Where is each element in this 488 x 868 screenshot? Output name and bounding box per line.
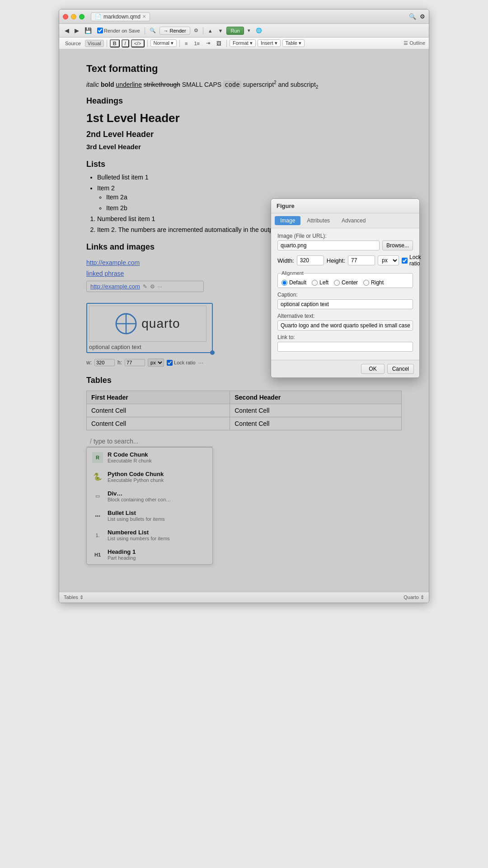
image-more-btn[interactable]: ··· xyxy=(198,359,204,366)
publish-btn[interactable]: 🌐 xyxy=(254,27,264,34)
insert-item-numbered-list[interactable]: 1. Numbered List List using numbers for … xyxy=(87,525,212,545)
status-right[interactable]: Quarto ⇕ xyxy=(404,594,424,600)
table-cell: Content Cell xyxy=(87,404,230,417)
image-height-input[interactable] xyxy=(125,359,145,366)
table-menu-btn[interactable]: Table ▾ xyxy=(282,39,305,47)
table-header-2: Second Header xyxy=(230,391,402,404)
render-on-save-btn[interactable]: Render on Save xyxy=(95,27,142,34)
lock-ratio-text: Lock ratio xyxy=(409,254,421,267)
link-edit-icon[interactable]: ✎ xyxy=(143,283,147,290)
cancel-button[interactable]: Cancel xyxy=(387,364,414,374)
align-options: Default Left Center Right xyxy=(282,279,409,286)
italic-btn[interactable]: I xyxy=(122,39,129,47)
file-tab-close[interactable]: ✕ xyxy=(142,14,146,19)
indent-btn[interactable]: ⇥ xyxy=(204,40,212,47)
insert-item-div[interactable]: ▭ Div… Block containing other con… xyxy=(87,486,212,506)
link-to-field: Link to: xyxy=(277,334,413,352)
settings-btn[interactable]: ⚙ xyxy=(192,27,200,34)
zoom-icon[interactable]: 🔍 xyxy=(148,27,158,34)
width-input[interactable] xyxy=(297,255,324,265)
insert-item-python-chunk[interactable]: 🐍 Python Code Chunk Executable Python ch… xyxy=(87,467,212,486)
insert-search-box[interactable]: / xyxy=(86,436,213,447)
nav-up-btn[interactable]: ▲ xyxy=(206,27,215,34)
r-chunk-icon: R xyxy=(92,452,103,463)
separator-1 xyxy=(145,27,145,34)
link-preview[interactable]: http://example.com xyxy=(90,283,140,290)
dialog-lock-ratio[interactable] xyxy=(402,258,408,264)
status-left[interactable]: Tables ⇕ xyxy=(64,594,84,600)
bold-btn[interactable]: B xyxy=(110,39,120,47)
list-btn[interactable]: ≡ xyxy=(183,40,190,47)
outline-btn[interactable]: ☰ Outline xyxy=(404,40,425,46)
align-right[interactable]: Right xyxy=(363,279,384,286)
insert-item-heading-1[interactable]: H1 Heading 1 Part heading xyxy=(87,545,212,564)
minimize-dot[interactable] xyxy=(71,14,76,19)
maximize-dot[interactable] xyxy=(79,14,84,19)
align-center[interactable]: Center xyxy=(334,279,358,286)
link-to-input[interactable] xyxy=(277,342,413,352)
dialog-footer: OK Cancel xyxy=(271,360,419,377)
normal-mode-btn[interactable]: Normal ▾ xyxy=(150,39,177,47)
alignment-field: Alignment Default Left Center xyxy=(277,270,413,288)
quarto-logo-text: quarto xyxy=(141,316,180,331)
visual-tab[interactable]: Visual xyxy=(85,40,104,47)
format-menu-btn[interactable]: Format ▾ xyxy=(230,39,256,47)
numbered-list-icon: 1. xyxy=(92,530,103,541)
image-width-input[interactable] xyxy=(94,359,115,366)
ordered-list-btn[interactable]: 1≡ xyxy=(192,40,202,47)
run-button[interactable]: Run xyxy=(226,27,244,35)
align-default[interactable]: Default xyxy=(282,279,306,286)
forward-btn[interactable]: ▶ xyxy=(73,26,81,35)
lock-ratio-checkbox[interactable] xyxy=(167,360,173,366)
link-more-icon[interactable]: ··· xyxy=(158,283,162,290)
image-resize-handle[interactable] xyxy=(210,350,215,355)
sep-fmt3 xyxy=(179,40,180,47)
render-button[interactable]: → Render xyxy=(160,27,190,35)
bullet-list-icon: ••• xyxy=(92,510,103,521)
close-dot[interactable] xyxy=(63,14,68,19)
image-url-input[interactable] xyxy=(277,241,380,250)
lock-ratio-label[interactable]: Lock ratio xyxy=(167,360,196,366)
image-unit-select[interactable]: px % xyxy=(148,359,164,367)
format-toolbar: Source Visual B I </> Normal ▾ ≡ 1≡ ⇥ 🖼 … xyxy=(59,38,429,49)
file-tab-icon: 📄 xyxy=(95,14,102,20)
dialog-tab-advanced[interactable]: Advanced xyxy=(336,216,371,225)
insert-item-bullet-list[interactable]: ••• Bullet List List using bullets for i… xyxy=(87,506,212,525)
small-caps-sample: SMALL CAPS xyxy=(182,81,221,88)
alignment-legend: Alignment xyxy=(282,270,304,276)
insert-search-input[interactable] xyxy=(94,438,209,445)
height-input[interactable] xyxy=(348,255,375,265)
insert-slash-icon: / xyxy=(90,438,92,445)
linked-phrase[interactable]: linked phrase xyxy=(86,270,124,277)
alt-text-input[interactable] xyxy=(277,321,413,330)
content-area: Text formatting italic bold underline st… xyxy=(59,49,429,592)
dialog-tab-image[interactable]: Image xyxy=(275,216,300,225)
lock-ratio-field[interactable]: Lock ratio xyxy=(402,254,421,267)
code-btn[interactable]: </> xyxy=(131,39,145,47)
link-preview-box[interactable]: http://example.com ✎ ⚙ ··· xyxy=(86,281,204,292)
sep-fmt4 xyxy=(226,40,227,47)
dialog-tab-attributes[interactable]: Attributes xyxy=(301,216,335,225)
file-tab[interactable]: 📄 markdown.qmd ✕ xyxy=(91,12,150,21)
unit-select[interactable]: px%em xyxy=(378,255,399,265)
browse-button[interactable]: Browse... xyxy=(382,241,413,250)
ok-button[interactable]: OK xyxy=(361,364,384,374)
insert-menu-btn[interactable]: Insert ▾ xyxy=(258,39,281,47)
link-settings-icon[interactable]: ⚙ xyxy=(150,283,155,290)
alignment-group: Alignment Default Left Center xyxy=(277,270,413,288)
outline-icon: ☰ xyxy=(404,40,408,46)
save-btn[interactable]: 💾 xyxy=(83,26,94,35)
caption-input[interactable] xyxy=(277,299,413,309)
back-btn[interactable]: ◀ xyxy=(63,26,71,35)
render-on-save-checkbox[interactable] xyxy=(97,28,103,33)
run-more-btn[interactable]: ▾ xyxy=(246,27,252,34)
insert-item-r-chunk[interactable]: R R Code Chunk Executable R chunk xyxy=(87,448,212,467)
image-btn[interactable]: 🖼 xyxy=(214,40,224,47)
align-left[interactable]: Left xyxy=(312,279,328,286)
source-tab[interactable]: Source xyxy=(63,40,83,47)
image-container[interactable]: quarto optional caption text xyxy=(86,303,213,353)
nav-down-btn[interactable]: ▼ xyxy=(216,27,225,34)
zoom-icon: 🔍 xyxy=(409,13,416,20)
example-link-1[interactable]: http://example.com xyxy=(86,259,140,266)
sep-fmt2 xyxy=(147,40,148,47)
